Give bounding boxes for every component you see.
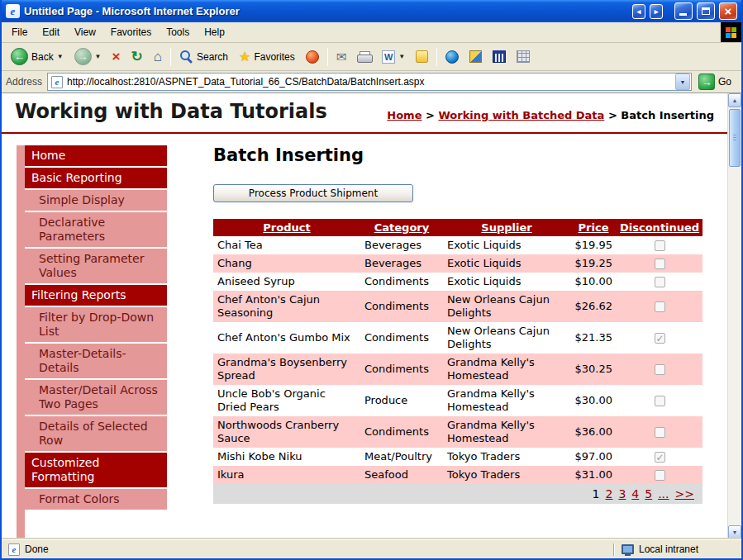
back-dropdown-icon: ▼ [57, 53, 64, 60]
scroll-track[interactable] [728, 107, 741, 525]
favorites-button[interactable]: ★ Favorites [234, 48, 300, 66]
sidebar-item-simple-display[interactable]: Simple Display [25, 190, 167, 211]
stop-icon: × [112, 50, 121, 64]
sort-link-discontinued[interactable]: Discontinued [620, 221, 699, 234]
discontinued-checkbox [655, 396, 665, 406]
print-button[interactable] [352, 49, 376, 65]
breadcrumb-link-working-with-batched-data[interactable]: Working with Batched Data [438, 109, 604, 121]
price-cell: $21.35 [570, 322, 617, 354]
sidebar-item-basic-reporting[interactable]: Basic Reporting [25, 168, 167, 188]
titlebar-nav-right-button[interactable]: ▸ [650, 4, 663, 19]
table-row: Chai TeaBeveragesExotic Liquids$19.95 [213, 236, 703, 254]
discuss-button[interactable] [411, 48, 433, 65]
menu-edit[interactable]: Edit [35, 24, 67, 40]
go-icon: → [698, 74, 715, 90]
titlebar-nav-left-button[interactable]: ◂ [632, 4, 645, 19]
sidebar-item-filtering-reports[interactable]: Filtering Reports [25, 285, 167, 306]
research-button[interactable] [488, 48, 511, 65]
search-button[interactable]: Search [174, 47, 233, 66]
column-header-product: Product [213, 219, 360, 236]
sort-link-price[interactable]: Price [579, 221, 609, 234]
category-cell: Beverages [360, 254, 443, 273]
menu-tools[interactable]: Tools [159, 24, 197, 40]
pager-link-5[interactable]: 5 [645, 487, 652, 501]
edit-dropdown-icon: ▼ [398, 53, 405, 60]
vertical-scrollbar[interactable]: ▲ ▼ [727, 93, 741, 539]
mail-button[interactable]: ✉ [331, 48, 352, 65]
forward-button[interactable]: → ▼ [69, 45, 107, 68]
title-bar[interactable]: e Untitled Page - Microsoft Internet Exp… [2, 0, 741, 22]
discontinued-cell [617, 466, 703, 484]
sidebar-nav: HomeBasic ReportingSimple DisplayDeclara… [17, 145, 167, 539]
table-row: Uncle Bob's Organic Dried PearsProduceGr… [213, 385, 703, 416]
edit-icon: W [382, 50, 395, 64]
security-zone: Local intranet [615, 543, 739, 555]
local-intranet-icon [622, 544, 634, 554]
breadcrumb-separator: > [604, 109, 621, 121]
discontinued-cell [617, 448, 703, 466]
price-cell: $19.95 [570, 236, 617, 254]
sidebar-item-details-of-selected-row[interactable]: Details of Selected Row [25, 416, 167, 451]
close-button[interactable]: × [719, 2, 737, 20]
refresh-button[interactable]: ↻ [126, 47, 147, 66]
product-cell: Ikura [213, 466, 360, 484]
supplier-cell: Tokyo Traders [443, 466, 570, 484]
stop-button[interactable]: × [107, 47, 126, 66]
go-button[interactable]: → Go [697, 74, 737, 90]
home-button[interactable]: ⌂ [149, 47, 167, 66]
grid-icon [517, 50, 530, 63]
search-icon [179, 50, 193, 64]
status-left: e Done [4, 543, 613, 556]
minimize-button[interactable] [674, 2, 693, 20]
scroll-thumb[interactable] [729, 109, 741, 167]
toolbar-separator [327, 48, 328, 66]
pager-link-4[interactable]: 4 [631, 487, 639, 501]
menu-view[interactable]: View [67, 24, 103, 40]
pager-link-ellipsis[interactable]: ... [658, 487, 669, 501]
scroll-down-button[interactable]: ▼ [728, 525, 741, 539]
pager-link-next[interactable]: >> [675, 487, 694, 501]
back-button[interactable]: ← Back ▼ [6, 45, 69, 68]
sidebar-item-master-details-details[interactable]: Master-Details-Details [25, 344, 167, 378]
pager-link-2[interactable]: 2 [605, 487, 612, 501]
page-body: HomeBasic ReportingSimple DisplayDeclara… [2, 134, 727, 539]
sidebar-item-declarative-parameters[interactable]: Declarative Parameters [25, 212, 167, 247]
sidebar-item-customized-formatting[interactable]: Customized Formatting [25, 453, 167, 487]
product-cell: Grandma's Boysenberry Spread [213, 354, 360, 385]
address-dropdown-button[interactable]: ▼ [675, 74, 690, 90]
maximize-button[interactable] [697, 2, 715, 20]
discontinued-cell [617, 236, 703, 254]
sidebar-item-format-colors[interactable]: Format Colors [25, 489, 167, 510]
sort-link-category[interactable]: Category [374, 221, 429, 234]
discontinued-cell [617, 385, 703, 416]
pager-link-3[interactable]: 3 [618, 487, 626, 501]
research-icon [493, 50, 506, 63]
menu-favorites[interactable]: Favorites [103, 24, 159, 40]
quick-tool-icon [469, 50, 482, 63]
home-icon: ⌂ [154, 50, 162, 64]
column-header-discontinued: Discontinued [617, 219, 703, 236]
breadcrumb-link-home[interactable]: Home [387, 109, 422, 121]
sort-link-product[interactable]: Product [263, 221, 310, 234]
sidebar-item-filter-by-drop-down-list[interactable]: Filter by Drop-Down List [25, 307, 167, 342]
price-cell: $36.00 [570, 416, 617, 448]
sidebar-item-home[interactable]: Home [25, 145, 167, 166]
media-button[interactable] [301, 48, 324, 66]
sort-link-supplier[interactable]: Supplier [481, 221, 531, 234]
price-cell: $10.00 [570, 273, 617, 291]
messenger-button[interactable] [441, 48, 464, 66]
sidebar-item-setting-parameter-values[interactable]: Setting Parameter Values [25, 249, 167, 283]
process-shipment-button[interactable]: Process Product Shipment [213, 184, 413, 202]
edit-button[interactable]: W ▼ [377, 48, 410, 66]
category-cell: Condiments [360, 416, 443, 448]
discuss-icon [416, 50, 428, 63]
quick-tool-button[interactable] [464, 48, 487, 65]
scroll-up-button[interactable]: ▲ [728, 93, 741, 107]
menu-file[interactable]: File [4, 24, 35, 40]
status-page-icon: e [8, 543, 20, 556]
menu-bar: FileEditViewFavoritesToolsHelp [2, 22, 741, 43]
menu-help[interactable]: Help [197, 24, 232, 40]
sidebar-item-master-detail-across-two-pages[interactable]: Master/Detail Across Two Pages [25, 380, 167, 415]
address-input[interactable]: e http://localhost:2810/ASPNET_Data_Tuto… [47, 73, 692, 91]
grid-tool-button[interactable] [512, 48, 535, 65]
